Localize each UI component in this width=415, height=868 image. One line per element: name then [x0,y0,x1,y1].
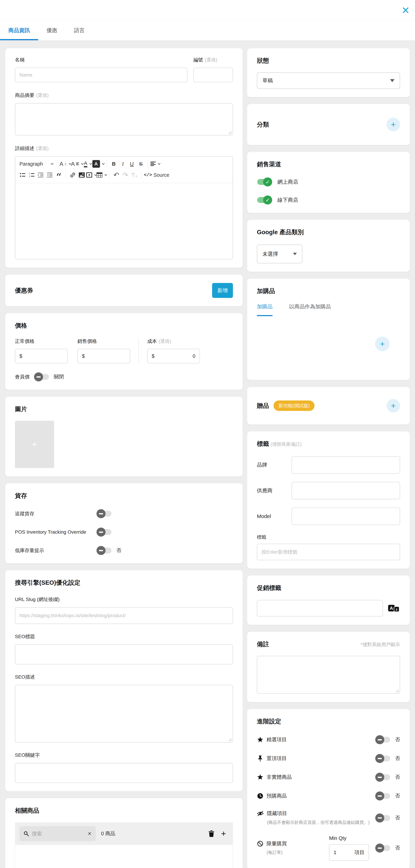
online-store-toggle[interactable] [257,178,272,186]
sale-price-input[interactable]: $ [77,349,130,363]
google-category-select[interactable]: 未選擇 [257,245,302,264]
url-slug-input[interactable] [15,607,233,624]
basic-info-card: 名稱 編號(選填) 商品摘要(選填) 詳細描述(選填) [5,48,243,268]
inventory-title: 貨存 [15,492,233,500]
seo-description-textarea[interactable] [15,685,233,743]
model-input[interactable] [292,507,400,525]
remove-format-icon: T [131,172,135,178]
coupon-add-button[interactable]: 新增 [212,283,233,298]
cost-input[interactable]: $0 [147,349,200,363]
url-slug-label: URL Slug (網址後綴) [15,596,60,603]
clear-search-icon[interactable]: ✕ [88,831,92,837]
status-title: 狀態 [257,57,400,65]
min-qty-input[interactable]: 1 項目 [329,844,369,861]
font-background-button[interactable]: A [92,159,104,168]
tab-product-info[interactable]: 商品資訊 [0,21,38,40]
addons-tab-main[interactable]: 加購品 [257,303,273,316]
link-button[interactable] [68,170,77,180]
labels-card: 標籤 (僅限商家備註) 品牌 供應商 Model 標籤 [247,431,410,568]
pinned-item-toggle[interactable] [375,754,390,763]
name-input[interactable] [15,68,187,82]
tags-input[interactable] [257,544,400,560]
hidden-item-toggle[interactable] [375,813,390,823]
strikethrough-button[interactable]: S [136,159,146,168]
limited-purchase-toggle[interactable] [375,843,390,852]
bulleted-list-button[interactable] [18,170,27,180]
sku-input[interactable] [193,68,233,82]
alignment-button[interactable] [151,159,160,168]
numbered-list-button[interactable]: 12 [27,170,36,180]
summary-textarea[interactable] [15,103,233,135]
related-search-input[interactable] [32,831,85,837]
images-title: 圖片 [15,405,233,413]
insert-image-button[interactable] [77,170,86,180]
toggle-knob [96,509,105,518]
undo-icon: ↶ [113,171,119,179]
insert-media-button[interactable] [86,170,96,180]
add-addon-button[interactable]: + [375,337,390,351]
remove-format-button[interactable]: Tx [130,170,139,180]
close-icon[interactable] [401,5,411,15]
preorder-toggle[interactable] [375,792,390,801]
coupon-card: 優惠券 新增 [5,275,243,306]
italic-button[interactable]: I [118,159,127,168]
related-search-box[interactable]: ✕ [20,826,96,841]
toggle-knob [96,528,105,536]
add-related-button[interactable]: + [219,829,228,838]
chevron-down-icon [89,162,92,165]
underline-icon: U [130,161,134,167]
non-physical-toggle[interactable] [375,773,390,782]
redo-button[interactable]: ↷ [121,170,130,180]
remarks-textarea[interactable] [257,656,400,694]
blockquote-button[interactable]: “ [54,170,63,180]
delete-related-button[interactable] [206,829,216,838]
add-category-button[interactable]: + [386,118,400,131]
indent-button[interactable] [45,170,54,180]
font-size-icon: A [60,161,63,167]
source-button[interactable]: </>Source [144,170,169,180]
track-inventory-toggle[interactable] [96,509,112,518]
member-price-toggle[interactable] [34,372,49,381]
insert-table-button[interactable] [96,170,107,180]
translate-button[interactable]: A z [388,604,400,613]
related-products-list[interactable] [15,845,233,868]
font-lines-icon [76,162,79,165]
images-card: 圖片 + [5,397,243,476]
brand-input[interactable] [292,456,400,473]
font-family-button[interactable]: A [71,159,83,168]
toggle-knob [375,843,384,852]
editor-toolbar: Paragraph A↕ A A A B I U S [15,157,232,183]
paragraph-style-dropdown[interactable]: Paragraph [18,161,55,167]
editor-content-area[interactable] [15,183,232,259]
advanced-settings-title: 進階設定 [257,717,400,725]
tab-language[interactable]: 語言 [66,21,93,40]
low-stock-alert-toggle[interactable] [96,546,112,555]
seo-title-input[interactable] [15,644,233,664]
remarks-card: 備註 *僅對系統用戶顯示 [247,632,410,702]
addons-tab-products-as-addons[interactable]: 以商品作為加購品 [289,303,331,316]
bold-button[interactable]: B [109,159,118,168]
toggle-knob [96,546,105,555]
currency-prefix: $ [20,353,22,359]
svg-text:A: A [390,606,393,611]
underline-button[interactable]: U [127,159,136,168]
font-size-button[interactable]: A↕ [60,159,71,168]
featured-item-toggle[interactable] [375,735,390,744]
add-image-button[interactable]: + [15,421,54,468]
pos-override-toggle[interactable] [96,528,112,536]
plus-icon: + [380,339,385,349]
status-select[interactable]: 草稿 [257,72,400,89]
font-color-button[interactable]: A [83,159,92,168]
translate-icon: A z [388,604,400,613]
undo-button[interactable]: ↶ [112,170,121,180]
promo-label-input[interactable] [257,600,383,616]
seo-keywords-input[interactable] [15,763,233,783]
search-icon [24,831,29,836]
offline-store-toggle[interactable] [257,195,272,205]
regular-price-input[interactable]: $ [15,349,68,363]
supplier-input[interactable] [292,482,400,499]
addons-tabbar: 加購品 以商品作為加購品 [257,303,400,316]
tab-promotions[interactable]: 優惠 [38,21,66,40]
outdent-button[interactable] [36,170,45,180]
add-gift-button[interactable]: + [386,399,400,412]
